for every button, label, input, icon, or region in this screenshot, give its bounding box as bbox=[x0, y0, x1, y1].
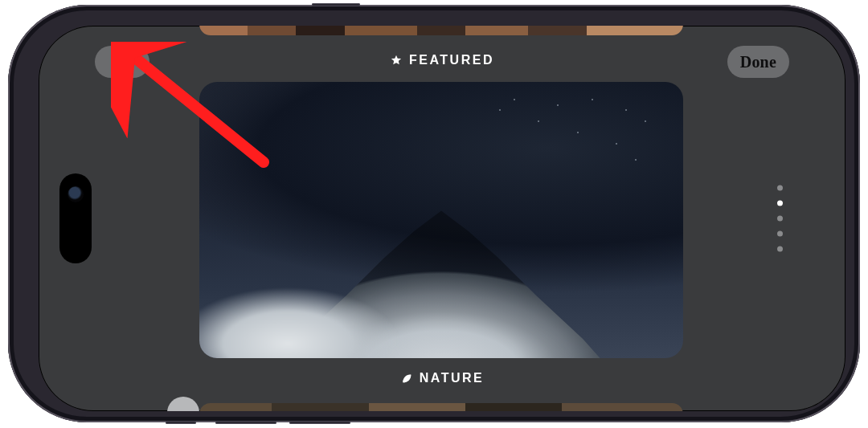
side-button-volume-down bbox=[289, 421, 350, 424]
category-label-top: FEATURED bbox=[39, 53, 845, 67]
page-dot[interactable] bbox=[777, 185, 783, 191]
side-button-power bbox=[312, 3, 360, 6]
phone-frame: + Done FEATURED NATURE bbox=[8, 5, 860, 422]
page-dot[interactable] bbox=[777, 216, 783, 222]
star-icon bbox=[390, 54, 403, 67]
prev-wallpaper-peek[interactable] bbox=[199, 26, 683, 35]
next-wallpaper-control-peek bbox=[167, 397, 199, 411]
side-button-volume-up bbox=[215, 421, 276, 424]
next-wallpaper-peek[interactable] bbox=[199, 403, 683, 411]
page-dot[interactable] bbox=[777, 201, 783, 206]
page-indicator[interactable] bbox=[777, 185, 783, 252]
leaf-icon bbox=[400, 372, 413, 385]
page-dot[interactable] bbox=[777, 231, 783, 237]
side-button-silent bbox=[166, 421, 196, 424]
dynamic-island bbox=[59, 173, 92, 263]
category-label-bottom: NATURE bbox=[39, 371, 845, 385]
screen: + Done FEATURED NATURE bbox=[39, 26, 845, 411]
page-dot[interactable] bbox=[777, 247, 783, 252]
wallpaper-card[interactable] bbox=[199, 82, 683, 358]
foreground-cloud bbox=[199, 286, 432, 358]
